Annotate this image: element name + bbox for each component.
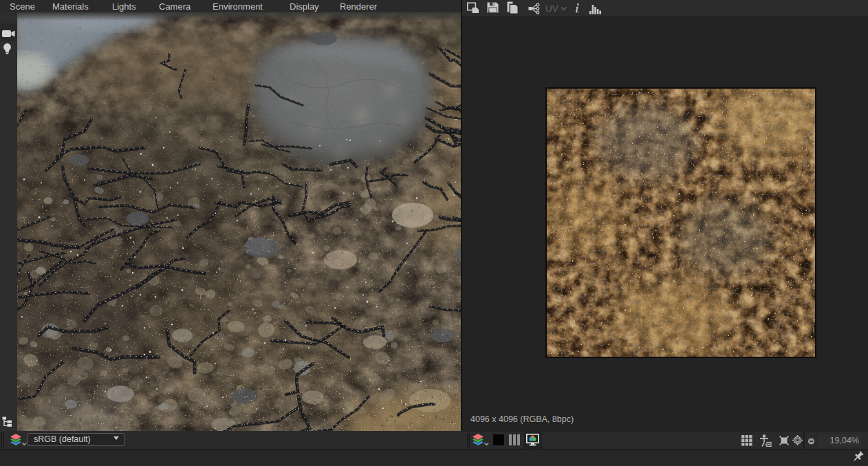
svg-text:UV: UV	[545, 3, 558, 14]
